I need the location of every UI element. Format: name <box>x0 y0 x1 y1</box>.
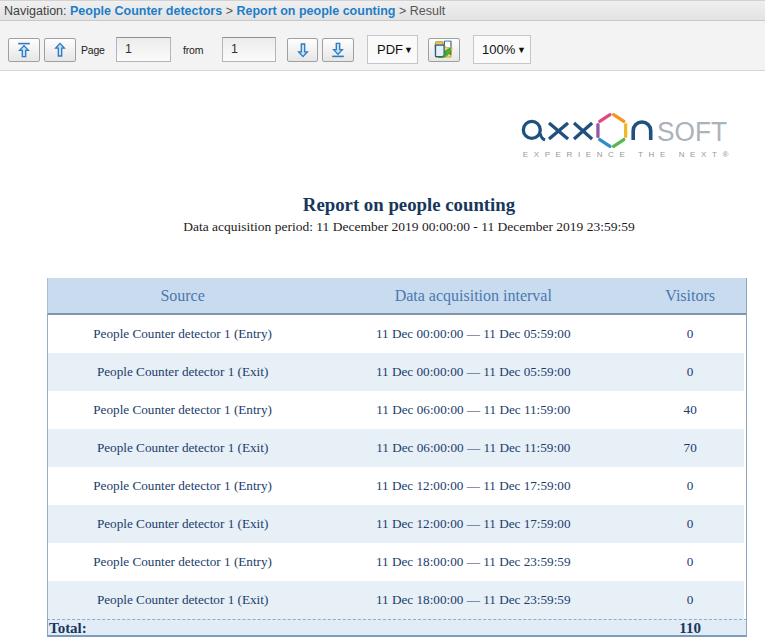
svg-text:EXPERIENCE THE NEXT®: EXPERIENCE THE NEXT® <box>523 150 729 159</box>
svg-text:SOFT: SOFT <box>657 117 727 147</box>
